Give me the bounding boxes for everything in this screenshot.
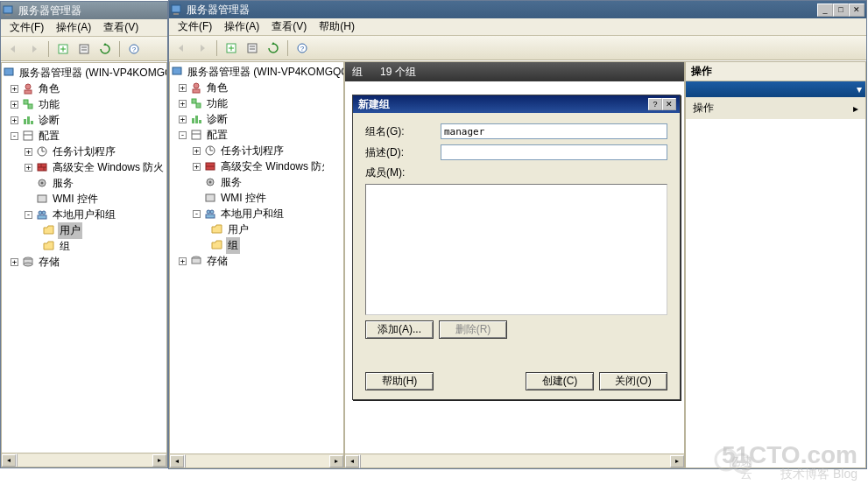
help-icon[interactable]: ?: [125, 40, 143, 58]
svg-rect-32: [38, 215, 46, 219]
scroll-thumb[interactable]: [16, 453, 18, 467]
tree-services[interactable]: 服务: [170, 174, 343, 190]
expand-icon[interactable]: +: [193, 147, 201, 155]
scroll-thumb[interactable]: [184, 454, 186, 468]
svg-rect-50: [196, 103, 201, 108]
tree-wmi[interactable]: WMI 控件: [2, 191, 166, 207]
help-button[interactable]: 帮助(H): [365, 372, 434, 390]
expand-icon[interactable]: +: [179, 100, 187, 108]
members-listbox[interactable]: [365, 184, 667, 315]
scroll-right-icon[interactable]: ▸: [329, 455, 343, 467]
expand-icon[interactable]: +: [11, 258, 18, 266]
tree-storage[interactable]: +存储: [2, 254, 166, 270]
refresh-icon[interactable]: [96, 40, 114, 58]
svg-rect-52: [195, 116, 198, 123]
forward-icon: [194, 39, 211, 57]
maximize-button[interactable]: □: [833, 4, 849, 17]
scroll-left-icon[interactable]: ◂: [345, 455, 359, 467]
help-icon[interactable]: ?: [293, 39, 311, 57]
tree-task[interactable]: +任务计划程序: [2, 144, 166, 159]
expand-icon[interactable]: +: [193, 163, 201, 171]
tree-services[interactable]: 服务: [2, 175, 166, 191]
tree-features[interactable]: +功能: [170, 95, 343, 111]
server-icon: [172, 65, 184, 79]
tree-roles[interactable]: +角色: [170, 80, 343, 95]
firewall-icon: [203, 159, 217, 173]
create-button[interactable]: 创建(C): [526, 372, 594, 390]
expand-icon[interactable]: +: [11, 101, 18, 109]
hscroll[interactable]: ◂ ▸: [345, 453, 684, 467]
menu-help[interactable]: 帮助(H): [314, 18, 360, 36]
add-icon[interactable]: [222, 39, 240, 57]
svg-point-30: [39, 211, 42, 214]
expand-icon[interactable]: +: [179, 116, 187, 123]
close-button[interactable]: ✕: [662, 98, 676, 110]
scroll-right-icon[interactable]: ▸: [670, 455, 684, 467]
hscroll[interactable]: ◂ ▸: [170, 453, 343, 467]
tree-users[interactable]: 用户: [170, 221, 343, 237]
tree-config[interactable]: -配置: [170, 127, 343, 143]
tree-features[interactable]: +功能: [2, 96, 166, 112]
tree-wmi[interactable]: WMI 控件: [170, 190, 343, 206]
minimize-button[interactable]: _: [817, 4, 833, 17]
expand-icon[interactable]: +: [11, 116, 18, 124]
menu-view[interactable]: 查看(V): [98, 18, 144, 37]
remove-button: 删除(R): [439, 320, 507, 339]
tree-pane-back[interactable]: 服务器管理器 (WIN-VP4KOMGQQ +角色 +功能 +诊断 -配置 +任…: [1, 62, 167, 467]
actions-item[interactable]: 操作 ▸: [686, 97, 865, 119]
group-name-input[interactable]: [441, 123, 667, 139]
close-button[interactable]: ✕: [849, 4, 864, 17]
tree-groups[interactable]: 组: [2, 238, 166, 254]
tree-root[interactable]: 服务器管理器 (WIN-VP4KOMGQQ: [2, 65, 166, 81]
expand-icon[interactable]: +: [25, 148, 32, 156]
add-icon[interactable]: [54, 40, 72, 58]
titlebar-front[interactable]: 服务器管理器 _ □ ✕: [169, 1, 866, 18]
tree-local-users-groups[interactable]: -本地用户和组: [2, 207, 166, 222]
expand-icon[interactable]: +: [11, 85, 18, 93]
svg-rect-5: [80, 45, 88, 53]
collapse-icon[interactable]: -: [179, 131, 187, 139]
menu-action[interactable]: 操作(A): [51, 18, 96, 37]
properties-icon[interactable]: [243, 39, 261, 57]
tree-firewall[interactable]: +高级安全 Windows 防火: [2, 159, 166, 175]
tree-storage[interactable]: +存储: [170, 253, 343, 269]
actions-header: 操作: [686, 62, 865, 81]
titlebar-back[interactable]: 服务器管理器: [1, 2, 167, 19]
close-dialog-button[interactable]: 关闭(O): [599, 372, 667, 390]
refresh-icon[interactable]: [265, 39, 282, 57]
expand-icon[interactable]: +: [179, 257, 187, 265]
collapse-icon[interactable]: -: [25, 211, 32, 219]
hscroll[interactable]: ◂ ▸: [2, 453, 166, 467]
scroll-thumb[interactable]: [359, 454, 361, 468]
tree-pane-front[interactable]: 服务器管理器 (WIN-VP4KOMGQQ9 +角色 +功能 +诊断 -配置 +…: [169, 61, 344, 468]
expand-icon[interactable]: +: [25, 164, 32, 172]
tree-config[interactable]: -配置: [2, 128, 166, 144]
context-help-button[interactable]: ?: [648, 98, 662, 110]
tree-root[interactable]: 服务器管理器 (WIN-VP4KOMGQQ9: [170, 64, 343, 80]
menu-view[interactable]: 查看(V): [266, 18, 312, 36]
menu-file[interactable]: 文件(F): [4, 18, 49, 37]
expand-icon[interactable]: +: [179, 84, 187, 92]
properties-icon[interactable]: [75, 40, 93, 58]
tree-diag[interactable]: +诊断: [2, 112, 166, 128]
collapse-icon[interactable]: -: [11, 132, 18, 140]
menu-action[interactable]: 操作(A): [219, 18, 265, 36]
tree-groups[interactable]: 组: [170, 237, 343, 253]
scroll-left-icon[interactable]: ◂: [2, 454, 16, 467]
collapse-icon[interactable]: -: [193, 210, 201, 218]
tree-diag[interactable]: +诊断: [170, 111, 343, 127]
dialog-titlebar[interactable]: 新建组 ? ✕: [353, 95, 680, 113]
svg-rect-17: [31, 121, 33, 124]
menu-file[interactable]: 文件(F): [173, 18, 217, 36]
scroll-left-icon[interactable]: ◂: [170, 455, 184, 467]
scroll-right-icon[interactable]: ▸: [152, 454, 166, 467]
add-button[interactable]: 添加(A)...: [365, 320, 434, 339]
description-input[interactable]: [441, 144, 667, 160]
svg-rect-0: [4, 6, 12, 13]
tree-task[interactable]: +任务计划程序: [170, 143, 343, 158]
tree-users[interactable]: 用户: [2, 222, 166, 238]
chevron-down-icon[interactable]: ▾: [857, 83, 862, 95]
tree-roles[interactable]: +角色: [2, 81, 166, 96]
tree-firewall[interactable]: +高级安全 Windows 防火: [170, 158, 343, 174]
tree-local-users-groups[interactable]: -本地用户和组: [170, 206, 343, 221]
